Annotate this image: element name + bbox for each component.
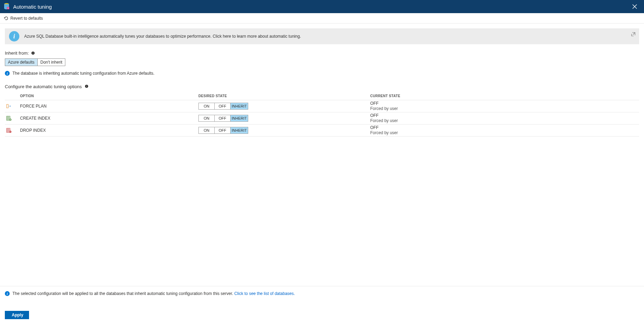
info-icon: i <box>5 71 10 76</box>
column-option: OPTION <box>20 94 198 98</box>
inherit-from-label: Inherit from: <box>5 50 29 56</box>
tuning-options-table: OPTION DESIRED STATE CURRENT STATE FORCE… <box>5 92 639 137</box>
configure-options-label: Configure the automatic tuning options <box>5 84 82 89</box>
current-state-cell: OFF Forced by user <box>370 101 639 111</box>
current-state-sub: Forced by user <box>370 106 639 111</box>
current-state-sub: Forced by user <box>370 118 639 123</box>
desired-state-toggle: ON OFF INHERIT <box>198 127 248 134</box>
force-plan-icon <box>5 103 20 109</box>
current-state-cell: OFF Forced by user <box>370 113 639 123</box>
create-index-icon <box>5 115 20 121</box>
option-name: CREATE INDEX <box>20 116 198 121</box>
desired-state-toggle: ON OFF INHERIT <box>198 103 248 110</box>
inherit-from-toggle: Azure defaults Don't inherit <box>5 58 65 66</box>
table-row: CREATE INDEX ON OFF INHERIT OFF Forced b… <box>5 112 639 124</box>
revert-label: Revert to defaults <box>10 16 43 21</box>
inherit-option-azure-defaults[interactable]: Azure defaults <box>5 59 38 66</box>
close-button[interactable] <box>628 0 641 13</box>
current-state-sub: Forced by user <box>370 130 639 136</box>
option-name: DROP INDEX <box>20 128 198 133</box>
configure-options-label-row: Configure the automatic tuning options i <box>5 84 639 89</box>
table-header: OPTION DESIRED STATE CURRENT STATE <box>5 92 639 100</box>
svg-text:i: i <box>86 85 87 88</box>
state-off[interactable]: OFF <box>215 127 231 133</box>
close-icon <box>632 4 637 9</box>
drop-index-icon <box>5 128 20 133</box>
desired-state-toggle: ON OFF INHERIT <box>198 115 248 122</box>
info-banner-text: Azure SQL Database built-in intelligence… <box>24 34 301 39</box>
info-tooltip-icon[interactable]: i <box>85 84 88 89</box>
current-state-value: OFF <box>370 101 639 106</box>
current-state-value: OFF <box>370 125 639 130</box>
blade-title: Automatic tuning <box>13 4 52 10</box>
undo-icon <box>3 16 8 21</box>
external-link-icon[interactable] <box>631 32 636 37</box>
table-row: FORCE PLAN ON OFF INHERIT OFF Forced by … <box>5 100 639 112</box>
toolbar: Revert to defaults <box>0 13 644 24</box>
state-inherit[interactable]: INHERIT <box>231 103 248 109</box>
state-off[interactable]: OFF <box>215 115 231 121</box>
column-current-state: CURRENT STATE <box>370 94 639 98</box>
info-icon: i <box>9 31 19 41</box>
inherit-status-text: The database is inheriting automatic tun… <box>12 71 155 76</box>
current-state-value: OFF <box>370 113 639 118</box>
content-area: i Azure SQL Database built-in intelligen… <box>0 24 644 286</box>
svg-text:i: i <box>32 52 33 55</box>
info-tooltip-icon[interactable]: i <box>31 51 35 55</box>
table-row: DROP INDEX ON OFF INHERIT OFF Forced by … <box>5 124 639 137</box>
inherit-from-label-row: Inherit from: i <box>5 50 639 56</box>
inherit-option-dont-inherit[interactable]: Don't inherit <box>38 59 65 66</box>
column-desired-state: DESIRED STATE <box>198 94 370 98</box>
state-inherit[interactable]: INHERIT <box>231 115 248 121</box>
option-name: FORCE PLAN <box>20 104 198 109</box>
state-on[interactable]: ON <box>199 103 215 109</box>
inherit-status-row: i The database is inheriting automatic t… <box>5 71 639 76</box>
revert-to-defaults-button[interactable]: Revert to defaults <box>3 16 43 21</box>
state-on[interactable]: ON <box>199 115 215 121</box>
state-off[interactable]: OFF <box>215 103 231 109</box>
state-on[interactable]: ON <box>199 127 215 133</box>
current-state-cell: OFF Forced by user <box>370 125 639 136</box>
info-banner[interactable]: i Azure SQL Database built-in intelligen… <box>5 28 639 44</box>
state-inherit[interactable]: INHERIT <box>231 127 248 133</box>
svg-rect-7 <box>7 104 8 108</box>
blade-header: Automatic tuning <box>0 0 644 13</box>
database-icon <box>3 3 10 10</box>
